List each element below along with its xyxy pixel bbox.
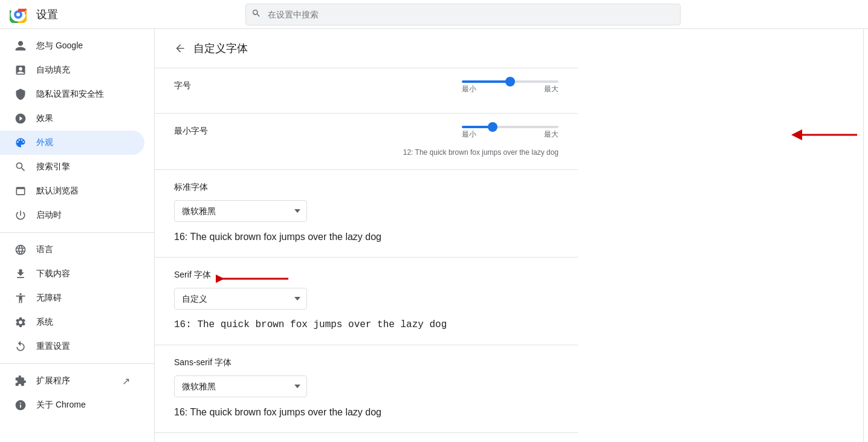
sidebar-divider-2 (0, 363, 154, 364)
accessibility-icon (15, 292, 27, 304)
serif-font-preview: 16: The quick brown fox jumps over the l… (174, 317, 559, 333)
font-size-max-label: 最大 (544, 84, 559, 94)
back-button[interactable] (174, 42, 186, 54)
sans-serif-font-section: Sans-serif 字体 微软雅黑 16: The quick brown f… (155, 345, 578, 433)
standard-font-select[interactable]: 微软雅黑 (174, 200, 307, 222)
sidebar-item-about[interactable]: 关于 Chrome (0, 393, 144, 417)
palette-icon (15, 137, 27, 149)
reset-icon (15, 340, 27, 353)
sidebar-label-reset: 重置设置 (36, 341, 70, 352)
sidebar-label-privacy: 隐私设置和安全性 (36, 89, 104, 100)
sidebar-item-reset[interactable]: 重置设置 (0, 334, 144, 359)
min-font-size-min-label: 最小 (462, 129, 476, 140)
sidebar-label-extensions: 扩展程序 (36, 375, 70, 386)
sans-serif-font-select[interactable]: 微软雅黑 (174, 375, 307, 397)
sidebar-item-system[interactable]: 系统 (0, 310, 144, 334)
sidebar-label-search: 搜索引擎 (36, 161, 70, 172)
standard-font-section: 标准字体 微软雅黑 16: The quick brown fox jumps … (155, 170, 578, 258)
min-font-size-slider-section: 最小 最大 (462, 126, 559, 140)
person-icon (15, 40, 27, 52)
right-border (863, 29, 868, 442)
annotation-arrow-serif (216, 271, 294, 286)
search-input[interactable] (245, 4, 681, 25)
chrome-logo (10, 6, 27, 23)
sidebar-label-browser: 默认浏览器 (36, 186, 79, 197)
sidebar-item-accessibility[interactable]: 无障碍 (0, 286, 144, 310)
svg-point-3 (16, 13, 20, 16)
page-title: 自定义字体 (193, 41, 248, 56)
search-sidebar-icon (15, 161, 27, 173)
sidebar-label-system: 系统 (36, 317, 53, 328)
browser-icon (15, 185, 27, 197)
sidebar-item-google[interactable]: 您与 Google (0, 34, 144, 58)
search-icon (251, 8, 261, 21)
sidebar-label-download: 下载内容 (36, 268, 70, 279)
shield-icon (15, 88, 27, 100)
sidebar-label-language: 语言 (36, 244, 53, 255)
sidebar-label-startup: 启动时 (36, 210, 62, 221)
min-font-size-slider-labels: 最小 最大 (462, 129, 559, 140)
external-link-icon: ↗ (122, 375, 130, 387)
serif-font-select[interactable]: 自定义 (174, 288, 307, 310)
sidebar-label-autofill: 自动填充 (36, 65, 70, 76)
min-font-size-label: 最小字号 (174, 126, 208, 137)
serif-font-section: Serif 字体 自定义 16: The quick brown fox (155, 258, 578, 345)
sidebar-item-privacy[interactable]: 隐私设置和安全性 (0, 82, 144, 106)
sidebar-item-extensions[interactable]: 扩展程序 ↗ (0, 369, 144, 393)
min-font-note: 12: The quick brown fox jumps over the l… (403, 148, 559, 157)
sidebar-label-performance: 效果 (36, 113, 53, 124)
sidebar-label-about: 关于 Chrome (36, 400, 86, 411)
speed-icon (15, 112, 27, 125)
autofill-icon (15, 64, 27, 76)
app-title: 设置 (36, 7, 58, 22)
power-icon (15, 209, 27, 221)
font-size-section: 字号 最小 最大 (155, 68, 578, 114)
font-size-slider-section: 最小 最大 (462, 80, 559, 94)
header: 设置 (0, 0, 868, 29)
min-font-size-section: 最小字号 最小 最大 12: The quick brown fox jumps… (155, 114, 578, 170)
standard-font-preview: 16: The quick brown fox jumps over the l… (174, 229, 559, 245)
back-header: 自定义字体 (155, 29, 578, 68)
sidebar-item-autofill[interactable]: 自动填充 (0, 58, 144, 82)
extension-icon (15, 375, 27, 387)
sidebar-label-appearance: 外观 (36, 137, 53, 148)
sidebar-label-accessibility: 无障碍 (36, 293, 62, 304)
system-icon (15, 316, 27, 328)
language-icon (15, 244, 27, 256)
sidebar-item-performance[interactable]: 效果 (0, 106, 144, 131)
sidebar-item-appearance[interactable]: 外观 (0, 131, 144, 155)
sidebar-item-startup[interactable]: 启动时 (0, 203, 144, 227)
min-font-size-slider[interactable] (462, 126, 559, 128)
font-size-label: 字号 (174, 80, 191, 91)
info-icon (15, 399, 27, 411)
font-size-slider-labels: 最小 最大 (462, 84, 559, 94)
sidebar-divider-1 (0, 232, 154, 233)
sans-serif-font-preview: 16: The quick brown fox jumps over the l… (174, 405, 559, 420)
main-layout: 您与 Google 自动填充 隐私设置和安全性 效果 外观 (0, 29, 868, 442)
download-icon (15, 268, 27, 280)
annotation-arrow-right (791, 123, 863, 147)
min-font-size-max-label: 最大 (544, 129, 559, 140)
sans-serif-font-label: Sans-serif 字体 (174, 357, 559, 368)
page-content: 自定义字体 字号 最小 最大 最小字号 (155, 29, 578, 442)
sidebar-item-download[interactable]: 下载内容 (0, 262, 144, 286)
sidebar: 您与 Google 自动填充 隐私设置和安全性 效果 外观 (0, 29, 155, 442)
sidebar-item-search[interactable]: 搜索引擎 (0, 155, 144, 179)
font-size-min-label: 最小 (462, 84, 476, 94)
search-bar (245, 4, 681, 25)
sidebar-label-google: 您与 Google (36, 41, 83, 51)
sidebar-item-browser[interactable]: 默认浏览器 (0, 179, 144, 203)
serif-font-label: Serif 字体 (174, 270, 211, 281)
font-size-slider[interactable] (462, 80, 559, 83)
content-area: 自定义字体 字号 最小 最大 最小字号 (155, 29, 863, 442)
standard-font-label: 标准字体 (174, 182, 559, 193)
sidebar-item-language[interactable]: 语言 (0, 238, 144, 262)
